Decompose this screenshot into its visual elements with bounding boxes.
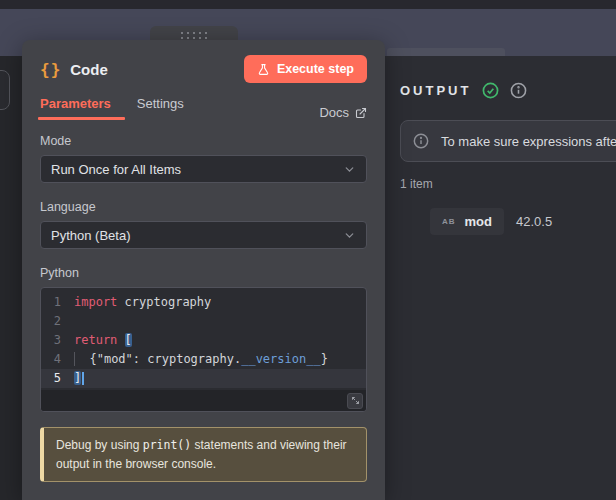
chevron-down-icon — [343, 163, 356, 176]
mode-label: Mode — [40, 134, 367, 148]
tabs-row: Parameters Settings Docs — [22, 94, 385, 120]
debug-hint: Debug by using print() statements and vi… — [40, 427, 367, 482]
table-row: AB mod 42.0.5 — [430, 208, 616, 235]
language-select[interactable]: Python (Beta) — [40, 221, 367, 249]
node-title: Code — [70, 61, 108, 78]
top-bar — [0, 0, 616, 9]
drag-dots-icon — [181, 32, 207, 39]
output-notice: To make sure expressions after t — [400, 120, 616, 162]
editor-footer — [41, 390, 366, 411]
language-label: Language — [40, 200, 367, 214]
execute-step-button[interactable]: Execute step — [244, 55, 367, 83]
string-type-icon: AB — [442, 217, 456, 226]
editor-label: Python — [40, 266, 367, 280]
node-settings-panel: {} Code Execute step Parameters Settings… — [22, 40, 385, 500]
tab-parameters[interactable]: Parameters — [40, 96, 111, 120]
code-node-icon: {} — [40, 60, 61, 79]
mode-select[interactable]: Run Once for All Items — [40, 155, 367, 183]
input-panel-edge — [0, 70, 10, 110]
output-header: OUTPUT — [400, 82, 616, 99]
info-icon[interactable] — [510, 82, 527, 99]
chevron-down-icon — [343, 229, 356, 242]
code-lines: 1import cryptography23return [4 {"mod": … — [41, 288, 366, 390]
column-name: mod — [465, 214, 492, 229]
code-editor[interactable]: 1import cryptography23return [4 {"mod": … — [40, 287, 367, 412]
flask-icon — [257, 63, 270, 76]
output-title: OUTPUT — [400, 83, 471, 98]
success-check-icon — [482, 82, 499, 99]
docs-link[interactable]: Docs — [319, 105, 367, 120]
panel-header: {} Code Execute step — [22, 40, 385, 94]
cell-value: 42.0.5 — [516, 214, 552, 229]
inline-code: print() — [143, 438, 191, 452]
expand-editor-button[interactable] — [347, 393, 363, 409]
notice-text: To make sure expressions after t — [441, 134, 616, 149]
panel-gap — [0, 56, 22, 500]
items-count: 1 item — [400, 177, 616, 191]
tab-settings[interactable]: Settings — [137, 96, 184, 120]
notice-info-icon — [413, 133, 429, 149]
output-panel: OUTPUT To make sure expressions after t … — [385, 56, 616, 500]
external-link-icon — [355, 107, 367, 119]
column-header-pill[interactable]: AB mod — [430, 208, 504, 235]
backdrop-strip — [387, 48, 505, 56]
